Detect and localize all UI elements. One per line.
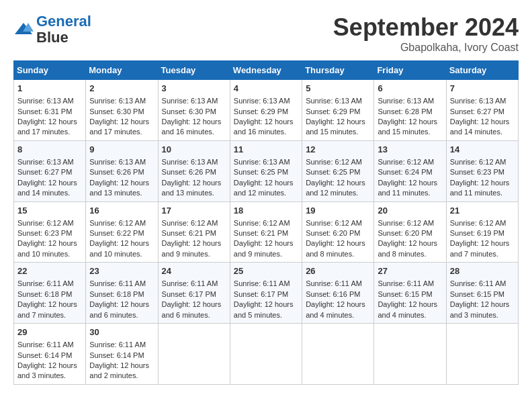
day-number: 9 (89, 144, 154, 156)
daylight-minutes: and 17 minutes. (89, 128, 142, 136)
calendar-cell: 30Sunrise: 6:11 AMSunset: 6:14 PMDayligh… (86, 324, 158, 385)
sunrise-label: Sunrise: 6:13 AM (450, 97, 506, 105)
day-number: 29 (17, 326, 82, 338)
daylight-minutes: and 3 minutes. (17, 371, 66, 379)
sunset-label: Sunset: 6:26 PM (89, 168, 144, 176)
sunset-label: Sunset: 6:31 PM (17, 107, 72, 116)
calendar-cell (374, 324, 446, 385)
location: Gbapolkaha, Ivory Coast (333, 42, 519, 54)
daylight-label: Daylight: 12 hours (378, 179, 437, 187)
calendar-cell: 11Sunrise: 6:13 AMSunset: 6:25 PMDayligh… (230, 140, 302, 201)
daylight-label: Daylight: 12 hours (162, 239, 222, 247)
sunrise-label: Sunrise: 6:11 AM (162, 279, 218, 287)
sunrise-label: Sunrise: 6:12 AM (378, 158, 434, 166)
day-header-thursday: Thursday (302, 61, 374, 80)
daylight-minutes: and 9 minutes. (234, 250, 282, 258)
daylight-label: Daylight: 12 hours (306, 118, 365, 126)
day-number: 16 (89, 205, 154, 217)
sunrise-label: Sunrise: 6:11 AM (17, 279, 74, 287)
week-row-4: 22Sunrise: 6:11 AMSunset: 6:18 PMDayligh… (14, 263, 519, 324)
calendar-cell: 22Sunrise: 6:11 AMSunset: 6:18 PMDayligh… (14, 263, 86, 324)
day-number: 3 (162, 83, 226, 95)
daylight-minutes: and 10 minutes. (89, 250, 142, 258)
calendar-cell: 15Sunrise: 6:12 AMSunset: 6:23 PMDayligh… (14, 201, 86, 263)
day-number: 19 (306, 205, 370, 217)
sunrise-label: Sunrise: 6:12 AM (89, 219, 146, 227)
day-number: 21 (450, 205, 515, 217)
day-number: 1 (17, 83, 82, 95)
day-header-sunday: Sunday (14, 61, 86, 80)
calendar-cell (230, 324, 302, 385)
day-number: 17 (162, 205, 226, 217)
daylight-minutes: and 7 minutes. (450, 250, 498, 258)
sunrise-label: Sunrise: 6:13 AM (89, 158, 146, 166)
daylight-label: Daylight: 12 hours (234, 118, 294, 126)
sunset-label: Sunset: 6:20 PM (378, 229, 432, 237)
daylight-label: Daylight: 12 hours (89, 179, 149, 187)
calendar-cell (446, 324, 518, 385)
sunset-label: Sunset: 6:18 PM (17, 290, 72, 298)
sunrise-label: Sunrise: 6:11 AM (89, 340, 146, 349)
daylight-minutes: and 11 minutes. (450, 189, 502, 197)
day-number: 18 (234, 205, 298, 217)
sunset-label: Sunset: 6:27 PM (17, 168, 72, 176)
sunrise-label: Sunrise: 6:12 AM (450, 219, 506, 227)
sunrise-label: Sunrise: 6:11 AM (450, 279, 506, 287)
day-header-saturday: Saturday (446, 61, 518, 80)
daylight-minutes: and 16 minutes. (234, 128, 286, 136)
sunrise-label: Sunrise: 6:12 AM (162, 219, 218, 227)
sunset-label: Sunset: 6:23 PM (17, 229, 72, 237)
daylight-label: Daylight: 12 hours (17, 361, 77, 369)
daylight-minutes: and 2 minutes. (89, 371, 138, 379)
sunset-label: Sunset: 6:30 PM (162, 107, 216, 116)
daylight-minutes: and 16 minutes. (162, 128, 214, 136)
sunrise-label: Sunrise: 6:13 AM (306, 97, 362, 105)
sunset-label: Sunset: 6:25 PM (306, 168, 360, 176)
sunrise-label: Sunrise: 6:13 AM (89, 97, 146, 105)
sunrise-label: Sunrise: 6:12 AM (234, 219, 290, 227)
daylight-minutes: and 8 minutes. (306, 250, 354, 258)
day-number: 7 (450, 83, 515, 95)
day-number: 10 (162, 144, 226, 156)
daylight-minutes: and 4 minutes. (378, 311, 426, 319)
day-number: 28 (450, 265, 515, 277)
daylight-label: Daylight: 12 hours (306, 300, 365, 308)
daylight-label: Daylight: 12 hours (450, 300, 510, 308)
week-row-5: 29Sunrise: 6:11 AMSunset: 6:14 PMDayligh… (14, 324, 519, 385)
sunrise-label: Sunrise: 6:13 AM (234, 97, 290, 105)
sunrise-label: Sunrise: 6:13 AM (162, 97, 218, 105)
day-number: 24 (162, 265, 226, 277)
daylight-minutes: and 6 minutes. (89, 311, 138, 319)
calendar-cell: 18Sunrise: 6:12 AMSunset: 6:21 PMDayligh… (230, 201, 302, 263)
daylight-label: Daylight: 12 hours (89, 118, 149, 126)
sunrise-label: Sunrise: 6:12 AM (17, 219, 74, 227)
day-header-tuesday: Tuesday (158, 61, 230, 80)
daylight-minutes: and 6 minutes. (162, 311, 210, 319)
week-row-3: 15Sunrise: 6:12 AMSunset: 6:23 PMDayligh… (14, 201, 519, 263)
sunrise-label: Sunrise: 6:13 AM (17, 97, 74, 105)
sunrise-label: Sunrise: 6:11 AM (17, 340, 74, 349)
daylight-label: Daylight: 12 hours (234, 300, 294, 308)
daylight-label: Daylight: 12 hours (378, 239, 437, 247)
daylight-label: Daylight: 12 hours (162, 118, 222, 126)
daylight-label: Daylight: 12 hours (450, 179, 510, 187)
daylight-label: Daylight: 12 hours (89, 239, 149, 247)
calendar-cell: 9Sunrise: 6:13 AMSunset: 6:26 PMDaylight… (86, 140, 158, 201)
sunset-label: Sunset: 6:15 PM (378, 290, 432, 298)
daylight-label: Daylight: 12 hours (17, 300, 77, 308)
sunrise-label: Sunrise: 6:11 AM (89, 279, 146, 287)
month-title: September 2024 (333, 13, 519, 42)
daylight-minutes: and 8 minutes. (378, 250, 426, 258)
daylight-label: Daylight: 12 hours (17, 239, 77, 247)
calendar-cell: 6Sunrise: 6:13 AMSunset: 6:28 PMDaylight… (374, 80, 446, 141)
daylight-minutes: and 17 minutes. (17, 128, 70, 136)
day-number: 4 (234, 83, 298, 95)
sunset-label: Sunset: 6:28 PM (378, 107, 432, 116)
sunrise-label: Sunrise: 6:11 AM (378, 279, 434, 287)
sunset-label: Sunset: 6:23 PM (450, 168, 504, 176)
calendar-cell: 3Sunrise: 6:13 AMSunset: 6:30 PMDaylight… (158, 80, 230, 141)
calendar-table: SundayMondayTuesdayWednesdayThursdayFrid… (13, 60, 519, 385)
daylight-minutes: and 13 minutes. (89, 189, 142, 197)
sunset-label: Sunset: 6:17 PM (162, 290, 216, 298)
day-number: 11 (234, 144, 298, 156)
